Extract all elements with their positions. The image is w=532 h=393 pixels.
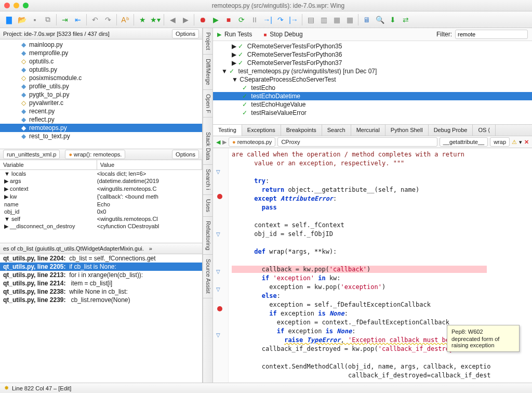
stop-icon[interactable]: ■ [223,14,234,25]
indent-icon[interactable]: ⇥ [59,14,71,25]
tool-tab[interactable]: Breakpoints [281,125,322,136]
test-row[interactable]: ▶ ✓ CRemoteServerTestsForPython36 [213,50,532,59]
vertical-tab[interactable]: Project [203,28,212,55]
new-file-icon[interactable]: ▇ [3,14,15,25]
test-row[interactable]: ✓ testRaiseValueError [213,109,532,117]
variable-row[interactable]: ▶ context<wingutils.remoteops.C [0,185,202,193]
sync-icon[interactable]: ⇄ [400,14,411,25]
frame-down-icon[interactable]: ▥ [318,14,329,25]
tool-tab[interactable]: OS ⟨ [473,125,496,136]
tool-tab[interactable]: Mercurial [351,125,385,136]
test-row[interactable]: ✓ testEchoHugeValue [213,100,532,109]
bookmark-icon[interactable]: ★ [137,14,148,25]
variable-row[interactable]: nameEcho [0,201,202,208]
project-file[interactable]: ◆memprofile.py [0,49,202,57]
code-editor[interactable]: ▽ ▽ ▽ ▽ ▽ are called when the operation … [213,148,532,383]
redo-icon[interactable]: ↷ [102,14,114,25]
nav-forward-icon[interactable]: ▶ [222,139,227,146]
uses-row[interactable]: qt_utils.py, line 2238: while None in cb… [0,287,202,296]
tool-tab[interactable]: Debug Probe [429,125,473,136]
stop-debug-button[interactable]: Stop Debug [270,31,302,38]
open-file-icon[interactable]: 📂 [16,14,28,25]
close-tab-icon[interactable]: ✕ [524,139,529,146]
save-all-icon[interactable]: ⧉ [42,14,54,25]
tool-tab[interactable]: Search [322,125,351,136]
file-dropdown[interactable]: ● remoteops.py [229,137,275,147]
thread-dropdown[interactable]: run_unittests_xml.p [3,150,60,159]
run-icon[interactable]: ▶ [210,14,221,25]
vertical-tab[interactable]: Diff/Merge [203,55,212,90]
variable-column[interactable]: Variable [0,160,97,169]
step-in-icon[interactable]: →| [262,14,273,25]
step-out-icon[interactable]: |→ [288,14,299,25]
pause-icon[interactable]: ⏸ [249,14,260,25]
spellcheck-icon[interactable]: Aᵇ [119,14,131,25]
record-icon[interactable]: ⏺ [197,14,208,25]
vertical-tab[interactable]: Uses [203,195,212,217]
forward-icon[interactable]: ▶ [180,14,191,25]
project-file[interactable]: ◆profile_utils.py [0,82,202,90]
project-file[interactable]: ◆mainloop.py [0,41,202,49]
stack-options-dropdown[interactable]: Options [172,150,199,159]
project-file[interactable]: ◆rest_to_text.py [0,132,202,140]
vertical-tab[interactable]: Open F [203,90,212,118]
variable-row[interactable]: obj_id0x0 [0,208,202,215]
vertical-tab[interactable]: Source Assist [203,255,212,298]
step-over-icon[interactable]: ↷ [275,14,286,25]
uses-more-icon[interactable]: » [149,245,152,252]
inner-dropdown[interactable]: wrap [490,137,510,147]
project-file[interactable]: ◇pyvalwriter.c [0,99,202,107]
project-file[interactable]: ◆pygtk_to_pi.py [0,90,202,99]
uses-row[interactable]: qt_utils.py, line 2205: if cb_list is No… [0,263,202,271]
maximize-icon[interactable] [23,3,29,8]
tool-tab[interactable]: Python Shell [385,125,429,136]
download-icon[interactable]: ⬇ [387,14,398,25]
restart-icon[interactable]: ⟳ [236,14,247,25]
uses-row[interactable]: qt_utils.py, line 2204: cb_list = self._… [0,254,202,263]
class-dropdown[interactable]: CProxy [277,137,437,147]
project-file[interactable]: ◇posixmiscmodule.c [0,74,202,82]
outdent-icon[interactable]: ⇤ [72,14,84,25]
save-icon[interactable]: ▪ [29,14,41,25]
monitor-icon[interactable]: 🖥 [361,14,373,25]
frame-dropdown[interactable]: ● wrap(): remoteops. [65,150,125,159]
project-file[interactable]: ◆remoteops.py [0,124,202,132]
test-row[interactable]: ▶ ✓ CRemoteServerTestsForPython37 [213,59,532,67]
vertical-tab[interactable]: Stack Data [203,128,212,165]
run-tests-button[interactable]: Run Tests [224,31,252,38]
test-row[interactable]: ▼ ✓ test_remoteops.py (src/wingutils/tes… [213,67,532,75]
project-file[interactable]: ◇optutils.c [0,57,202,66]
variable-row[interactable]: ▶ args(datetime.datetime(2019 [0,177,202,185]
contexts-icon[interactable]: ▦ [344,14,355,25]
project-file[interactable]: ◆recent.py [0,107,202,115]
test-row[interactable]: ▼ CSeparateProcessEchoServerTest [213,75,532,84]
tool-tab[interactable]: Testing [213,125,242,136]
uses-row[interactable]: qt_utils.py, line 2213: for i in xrange(… [0,271,202,279]
uses-list[interactable]: qt_utils.py, line 2204: cb_list = self._… [0,254,202,383]
options-icon[interactable]: ▾ [519,139,522,146]
nav-back-icon[interactable]: ◀ [216,139,220,146]
bookmark-menu-icon[interactable]: ★▾ [150,14,161,25]
value-column[interactable]: Value [97,160,202,169]
test-row[interactable]: ▶ ✓ CRemoteServerTestsForPython35 [213,42,532,50]
variables-tree[interactable]: ▼ locals<locals dict; len=6> ▶ args(date… [0,170,202,243]
back-icon[interactable]: ◀ [167,14,178,25]
minimize-icon[interactable] [14,3,19,8]
vertical-tab[interactable]: Search i [203,165,212,194]
search-icon[interactable]: 🔍 [374,14,385,25]
variable-row[interactable]: ▼ self<wingutils.remoteops.Cl [0,215,202,222]
project-file[interactable]: ◆reflect.py [0,115,202,124]
vertical-tab[interactable]: Refactoring [203,217,212,255]
tool-tab[interactable]: Exceptions [242,125,281,136]
variable-row[interactable]: ▶ __disconnect_on_destroy<cyfunction CDe… [0,222,202,230]
frame-up-icon[interactable]: ▤ [305,14,316,25]
variable-row[interactable]: ▶ kw{'callback': <bound meth [0,193,202,201]
undo-icon[interactable]: ↶ [89,14,101,25]
frames-icon[interactable]: ▦ [331,14,342,25]
project-options-dropdown[interactable]: Options [172,29,199,38]
uses-row[interactable]: qt_utils.py, line 2214: item = cb_list[i… [0,279,202,287]
close-icon[interactable] [4,3,10,8]
uses-row[interactable]: qt_utils.py, line 2239: cb_list.remove(N… [0,296,202,304]
filter-input[interactable] [455,30,528,39]
variable-row[interactable]: ▼ locals<locals dict; len=6> [0,170,202,177]
